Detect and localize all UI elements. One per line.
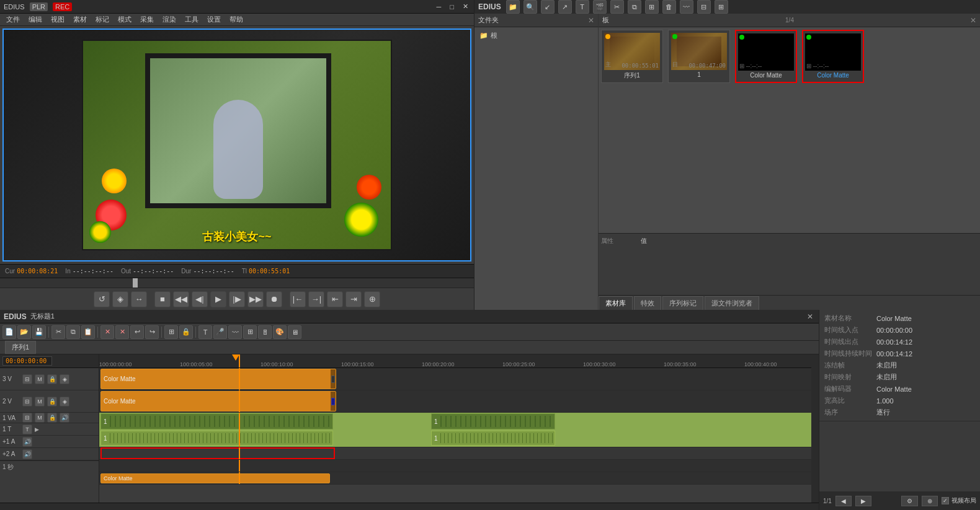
rb-dup[interactable]: ⊞	[645, 0, 659, 14]
track-1va-mute[interactable]: M	[35, 413, 45, 423]
rb-wave[interactable]: 〰	[680, 0, 693, 14]
track-1t-lock[interactable]: T	[22, 424, 32, 434]
minimize-button[interactable]: ─	[435, 3, 443, 11]
track-3v-expand[interactable]: ⊟	[22, 374, 32, 384]
tl-ripple[interactable]: ⊞	[164, 325, 178, 339]
track-1va-audio[interactable]: 🔊	[60, 413, 69, 423]
rb-map[interactable]: ⊟	[697, 0, 711, 14]
prev-edit-button[interactable]: ⇤	[327, 291, 343, 307]
menu-settings[interactable]: 设置	[203, 15, 225, 24]
prev-frame-button[interactable]: ◀|	[192, 291, 208, 307]
track-bg-2a[interactable]: Color Matte	[99, 472, 811, 484]
clip-2a-color-matte[interactable]: Color Matte	[100, 473, 330, 483]
rp-layout-checkbox[interactable]: 视频布局	[942, 496, 976, 505]
rb-import[interactable]: ↙	[541, 0, 555, 14]
loop-button[interactable]: ↺	[94, 291, 110, 307]
rb-copy[interactable]: ⧉	[628, 0, 641, 14]
menu-capture[interactable]: 采集	[136, 15, 158, 24]
track-bg-3v[interactable]: Color Matte	[99, 368, 811, 390]
tl-cut-tool[interactable]: ✂	[51, 325, 65, 339]
trim-button[interactable]: ⊕	[364, 291, 380, 307]
tl-text-tool[interactable]: T	[198, 325, 212, 339]
scrubber-bar[interactable]	[0, 278, 474, 288]
tl-open[interactable]: 📂	[17, 325, 31, 339]
stop-button[interactable]: ■	[154, 291, 171, 307]
close-button[interactable]: ✕	[461, 2, 470, 11]
clip-1va-audio1[interactable]: 1	[100, 431, 333, 446]
bin-item-seq1[interactable]: 00:00:55:01 主 序列1	[601, 30, 663, 83]
track-3v-lock[interactable]: 🔒	[47, 374, 57, 384]
timecode-input[interactable]	[2, 356, 52, 366]
rb-search[interactable]: 🔍	[523, 0, 537, 14]
bin-item-clip1[interactable]: 00:00:47:00 日 1	[668, 30, 730, 83]
mark-in-button[interactable]: |←	[290, 291, 306, 307]
clip-3v-color-matte[interactable]: Color Matte	[100, 369, 336, 389]
sequence-tab[interactable]: 序列1	[5, 341, 36, 354]
rb-new-bin[interactable]: 📁	[506, 0, 520, 14]
ff-button[interactable]: ▶▶	[247, 291, 264, 307]
track-bg-2v[interactable]: Color Matte	[99, 390, 811, 412]
tab-effects[interactable]: 特效	[634, 296, 661, 310]
tl-redo[interactable]: ↪	[145, 325, 159, 339]
tl-insert[interactable]: ✕	[115, 325, 129, 339]
track-1va-lock[interactable]: 🔒	[47, 413, 57, 423]
menu-file[interactable]: 文件	[2, 15, 24, 24]
play-button[interactable]: ▶	[210, 291, 226, 307]
menu-view[interactable]: 视图	[47, 15, 68, 24]
tab-sequence-marks[interactable]: 序列标记	[662, 296, 703, 310]
file-tree-root[interactable]: 📁 根	[477, 30, 595, 42]
tl-sync[interactable]: 🔒	[179, 325, 193, 339]
clip-1va-audio2[interactable]: 1	[431, 431, 555, 446]
menu-clip[interactable]: 素材	[69, 15, 91, 24]
track-bg-1t[interactable]	[99, 447, 811, 459]
track-2v-expand[interactable]: ⊟	[22, 397, 32, 407]
track-2v-visible[interactable]: ◈	[60, 397, 69, 407]
maximize-button[interactable]: □	[448, 3, 456, 11]
tl-monitor[interactable]: 🖥	[288, 325, 301, 339]
tl-overwrite[interactable]: ✕	[100, 325, 114, 339]
rp-next-page[interactable]: ▶	[855, 496, 871, 506]
menu-tools[interactable]: 工具	[181, 15, 202, 24]
tl-mixer[interactable]: 🎚	[258, 325, 272, 339]
track-bg-1va[interactable]: 1 1 1	[99, 413, 811, 447]
rp-zoom-btn[interactable]: ⊕	[922, 496, 938, 506]
tl-paste-tool[interactable]: 📋	[81, 325, 95, 339]
track-1va-expand[interactable]: ⊟	[22, 413, 32, 423]
ripple-button[interactable]: ↔	[131, 291, 147, 307]
track-bg-1a[interactable]	[99, 460, 811, 472]
rb-cut[interactable]: ✂	[610, 0, 624, 14]
menu-render[interactable]: 渲染	[159, 15, 180, 24]
tl-wave[interactable]: 〰	[228, 325, 242, 339]
bin-close[interactable]: ✕	[970, 16, 976, 25]
rp-prev-page[interactable]: ◀	[835, 496, 852, 506]
tl-undo[interactable]: ↩	[130, 325, 144, 339]
track-3v-visible[interactable]: ◈	[60, 374, 69, 384]
scrubber-thumb[interactable]	[133, 278, 138, 288]
rb-clip[interactable]: 🎬	[593, 0, 607, 14]
timeline-vscrollbar[interactable]	[811, 354, 819, 503]
clip-2v-color-matte[interactable]: Color Matte	[100, 391, 336, 411]
menu-help[interactable]: 帮助	[226, 15, 247, 24]
track-1a-mute[interactable]: 🔊	[22, 437, 32, 447]
tab-source-library[interactable]: 素材库	[599, 296, 633, 310]
track-2a-mute[interactable]: 🔊	[22, 449, 32, 459]
tl-copy-tool[interactable]: ⧉	[66, 325, 80, 339]
tl-mic[interactable]: 🎤	[213, 325, 227, 339]
rb-del[interactable]: 🗑	[662, 0, 676, 14]
track-2v-mute[interactable]: M	[35, 397, 45, 407]
tab-source-browser[interactable]: 源文件浏览者	[705, 296, 759, 310]
menu-mark[interactable]: 标记	[92, 15, 113, 24]
tl-save[interactable]: 💾	[32, 325, 46, 339]
track-2v-lock[interactable]: 🔒	[47, 397, 57, 407]
rewind-button[interactable]: ◀◀	[173, 291, 189, 307]
clip-1va-video1[interactable]: 1	[100, 413, 333, 429]
track-3v-mute[interactable]: M	[35, 374, 45, 384]
tl-grid-view[interactable]: ⊞	[243, 325, 257, 339]
bin-item-cm1[interactable]: ⊞ --:--:-- Color Matte	[735, 30, 797, 83]
rb-export[interactable]: ↗	[558, 0, 572, 14]
rb-text[interactable]: T	[576, 0, 589, 14]
timeline-close-button[interactable]: ✕	[805, 312, 815, 321]
timeline-ruler[interactable]: 100:00:00:00 100:00:05:00 100:00:10:00 1…	[99, 354, 811, 368]
record-button[interactable]: ⏺	[266, 291, 282, 307]
snap-button[interactable]: ◈	[112, 291, 128, 307]
